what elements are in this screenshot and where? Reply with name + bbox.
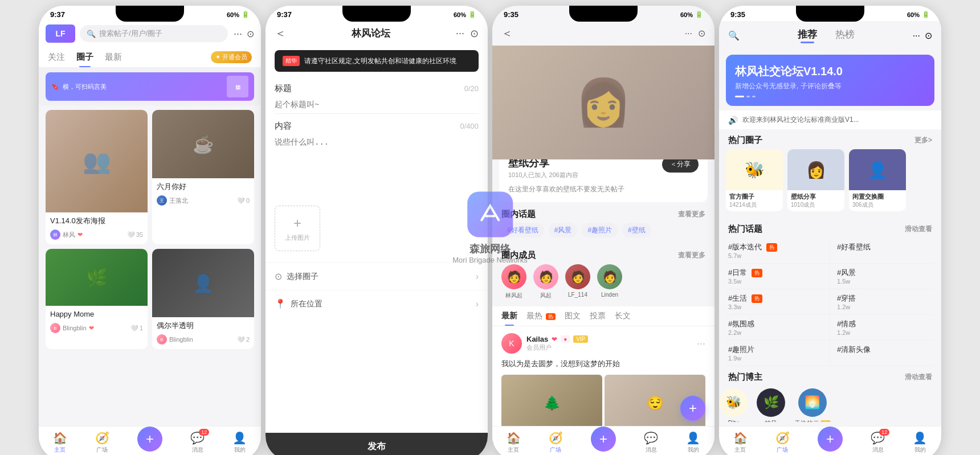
publish-button[interactable]: 发布	[266, 433, 488, 455]
tag[interactable]: #趣照片	[582, 223, 618, 237]
member-avatar: 🧑	[501, 264, 526, 289]
nav-post-button[interactable]: +	[818, 427, 843, 452]
feed-card[interactable]: 👤 偶尔半透明 B Blingblin 🤍 2	[152, 249, 254, 349]
topic-tag: #穿搭	[837, 293, 932, 304]
location-option[interactable]: 📍 所在位置 ›	[266, 290, 488, 317]
topic-cell[interactable]: #穿搭 1.2w	[830, 289, 934, 315]
feed-scroll[interactable]: 🔖 横，可扫码言美 ▦ 👥 V1.14.0发布海报 林 林风 ❤	[39, 68, 261, 396]
post-card[interactable]: K Kailas ❤ ● VIP 会员用户 ··· 我以为是去圆梦，没想到这梦的…	[492, 326, 714, 442]
bloggers-row[interactable]: 🐝 Pity 🌿 林风 🌅 天边的云 vip	[719, 386, 941, 422]
nav-profile[interactable]: 👤 我的	[232, 431, 247, 454]
topic-cell[interactable]: #清新头像	[830, 341, 934, 366]
back-button[interactable]: ＜	[501, 26, 513, 41]
topic-cell[interactable]: #生活 热 3.3w	[726, 289, 830, 315]
topic-cell[interactable]: #风景 1.5w	[830, 264, 934, 289]
nav-messages[interactable]: 💬 12 消息	[190, 431, 205, 454]
sub-tab-vote[interactable]: 投票	[590, 306, 606, 326]
nav-plaza[interactable]: 🧭 广场	[549, 431, 563, 454]
option-left: ⊙ 选择圈子	[275, 271, 318, 282]
more-icon[interactable]: ···	[456, 27, 464, 39]
more-icon[interactable]: ···	[913, 31, 920, 41]
more-icon[interactable]: ···	[685, 28, 692, 39]
search-icon[interactable]: 🔍	[728, 30, 740, 41]
nav-profile[interactable]: 👤 我的	[686, 431, 700, 454]
upload-button[interactable]: + 上传图片	[275, 206, 320, 251]
tag[interactable]: #风景	[549, 223, 578, 237]
time: 9:35	[730, 10, 745, 19]
tab-trending[interactable]: 热榜	[826, 28, 864, 41]
sub-tab-image[interactable]: 图文	[565, 306, 581, 326]
more-button[interactable]: 更多>	[914, 136, 932, 145]
circle-card[interactable]: 🐝 官方圈子 14214成员	[726, 149, 783, 211]
tag[interactable]: #壁纸	[622, 223, 651, 237]
sub-tab-article[interactable]: 长文	[615, 306, 631, 326]
tab-recommend[interactable]: 推荐	[789, 28, 826, 41]
nav-home[interactable]: 🏠 主页	[733, 431, 748, 454]
discover-scroll[interactable]: 林风社交论坛V1.14.0 新增公众号无感登录, 子评论折叠等 🔊 欢迎来到林风…	[719, 50, 941, 422]
circle-card[interactable]: 👤 闲置交换圈 306成员	[849, 149, 906, 211]
feed-card[interactable]: 👥 V1.14.0发布海报 林 林风 ❤ 🤍 35	[46, 110, 148, 244]
blogger-item[interactable]: 🌅 天边的云 vip	[794, 388, 831, 422]
fab-button[interactable]: +	[680, 396, 705, 421]
nav-post-button[interactable]: +	[137, 427, 162, 452]
members-row[interactable]: 🧑 林风起 🧑 风起 🧑 LF_114 🧑 Linden	[492, 264, 714, 306]
circle-card[interactable]: 👩 壁纸分享 1010成员	[787, 149, 844, 211]
title-input[interactable]	[275, 97, 479, 114]
content-textarea[interactable]	[275, 135, 479, 192]
search-bar[interactable]: 🔍 搜索帖子/用户/圈子	[80, 25, 228, 42]
topic-cell[interactable]: #情感 1.2w	[830, 315, 934, 341]
tab-latest[interactable]: 最新	[105, 47, 122, 67]
author-name: Blingblin	[63, 325, 87, 331]
circle-name: 官方圈子	[729, 192, 779, 201]
scan-icon[interactable]: ⊙	[247, 28, 254, 39]
topic-cell[interactable]: #趣照片 1.9w	[726, 341, 830, 366]
post-form: 标题 0/20 内容 0/400	[266, 76, 488, 194]
nav-plaza[interactable]: 🧭 广场	[775, 431, 790, 454]
sub-tab-hot[interactable]: 最热 热	[526, 306, 556, 326]
more-link[interactable]: 查看更多	[678, 251, 705, 260]
member-item: 🧑 LF_114	[565, 264, 590, 300]
topic-cell[interactable]: #氛围感 2.2w	[726, 315, 830, 341]
circle-option[interactable]: ⊙ 选择圈子 ›	[266, 263, 488, 290]
scan-icon[interactable]: ⊙	[470, 27, 479, 40]
topic-cell[interactable]: #版本迭代 热 5.7w	[726, 238, 830, 264]
tab-follow[interactable]: 关注	[48, 47, 65, 67]
feed-card[interactable]: ☕ 六月你好 王 王落北 🤍 0	[152, 110, 254, 244]
plus-icon: +	[293, 215, 301, 231]
nav-messages[interactable]: 💬 消息	[644, 431, 658, 454]
scan-icon[interactable]: ⊙	[925, 30, 932, 41]
vip-badge[interactable]: ✦ 开通会员	[211, 51, 252, 63]
sub-tab-latest[interactable]: 最新	[501, 306, 517, 326]
nav-home[interactable]: 🏠 主页	[53, 431, 67, 454]
nav-label: 主页	[508, 446, 519, 454]
topic-count: 1.2w	[837, 329, 932, 336]
header-actions: ··· ⊙	[456, 27, 479, 40]
nav-profile[interactable]: 👤 我的	[913, 431, 927, 454]
heart-icon: 🤍	[130, 325, 138, 332]
location-icon: 📍	[275, 298, 286, 309]
topic-cell[interactable]: #好看壁纸	[830, 238, 934, 264]
main-tabs: 关注 圈子 最新 ✦ 开通会员	[39, 47, 261, 68]
back-button[interactable]: ＜	[275, 26, 286, 41]
tag[interactable]: #好看壁纸	[501, 223, 544, 237]
topic-cell[interactable]: #日常 热 3.5w	[726, 264, 830, 289]
share-button[interactable]: ＜分享	[662, 159, 699, 173]
member-name: 风起	[540, 292, 552, 300]
more-link[interactable]: 查看更多	[678, 210, 705, 219]
nav-plaza[interactable]: 🧭 广场	[95, 431, 109, 454]
battery-text: 60%	[907, 11, 920, 18]
scan-icon[interactable]: ⊙	[698, 28, 705, 39]
more-icon[interactable]: ···	[234, 28, 242, 40]
circle-name: 闲置交换圈	[852, 192, 903, 201]
card-body: 六月你好 王 王落北 🤍 0	[152, 178, 254, 210]
blogger-item[interactable]: 🌿 林风	[757, 388, 785, 422]
feed-card[interactable]: 🌿 Happy Mome B Blingblin ❤ 🤍 1	[46, 249, 148, 349]
more-icon[interactable]: ···	[697, 338, 705, 350]
nav-home[interactable]: 🏠 主页	[507, 431, 521, 454]
nav-messages[interactable]: 💬 12 消息	[871, 431, 885, 454]
tab-circle[interactable]: 圈子	[76, 47, 93, 67]
scroll-hint: 滑动查看	[905, 224, 932, 234]
blogger-item[interactable]: 🐝 Pity	[719, 388, 748, 422]
nav-post-button[interactable]: +	[591, 427, 616, 452]
circles-row[interactable]: 🐝 官方圈子 14214成员 👩 壁纸分享 1010成员 👤 闲置交换圈 306…	[719, 149, 941, 218]
